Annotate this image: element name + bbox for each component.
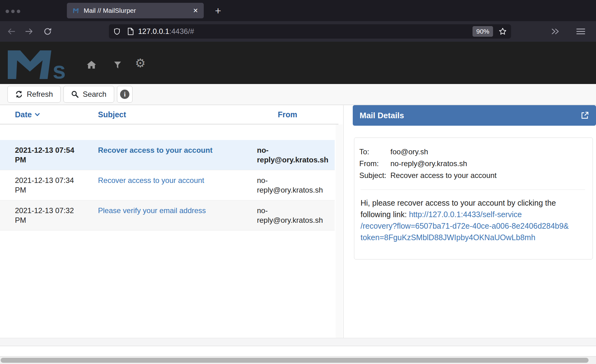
info-button[interactable]: i — [117, 86, 133, 103]
mailslurper-logo: s — [8, 50, 68, 79]
reload-icon[interactable] — [44, 27, 52, 35]
mail-from: no-reply@ory.kratos.sh — [251, 206, 335, 225]
url-bar[interactable]: 127.0.0.1:4436/# 90% — [109, 24, 511, 39]
window-minimize-dot[interactable] — [11, 10, 15, 13]
browser-tab[interactable]: Mail // MailSlurper ✕ — [67, 3, 204, 18]
content-bottom-strip — [0, 338, 596, 346]
horizontal-scrollbar[interactable] — [0, 357, 596, 364]
shield-icon[interactable] — [113, 28, 121, 35]
mail-details-header: Mail Details — [353, 105, 596, 126]
to-label: To: — [359, 146, 390, 158]
zoom-level-badge[interactable]: 90% — [473, 26, 493, 37]
refresh-button[interactable]: Refresh — [7, 86, 61, 103]
mail-subject-link[interactable]: Recover access to your account — [98, 146, 212, 154]
mail-details-title: Mail Details — [360, 111, 580, 120]
mail-details-panel: Mail Details To: foo@ory.sh From: no-rep… — [344, 105, 596, 338]
column-header-date[interactable]: Date — [0, 110, 80, 119]
url-host: 127.0.0.1 — [138, 27, 169, 35]
mail-subject-link[interactable]: Please verify your email address — [98, 206, 206, 215]
back-icon[interactable] — [7, 27, 16, 35]
info-icon: i — [120, 90, 129, 99]
mail-subject-link[interactable]: Recover access to your account — [98, 176, 204, 184]
column-header-subject[interactable]: Subject — [80, 110, 251, 119]
window-maximize-dot[interactable] — [17, 10, 20, 13]
from-label: From: — [359, 158, 390, 170]
tab-close-icon[interactable]: ✕ — [193, 7, 198, 14]
mail-details-card: To: foo@ory.sh From: no-reply@ory.kratos… — [354, 138, 593, 259]
forward-icon[interactable] — [25, 27, 34, 35]
app-toolbar: Refresh Search i — [0, 84, 596, 105]
mail-date: 2021-12-13 07:32 PM — [0, 206, 80, 225]
svg-text:s: s — [53, 57, 66, 79]
list-scrollbar-gutter[interactable] — [336, 124, 342, 338]
recovery-link-line3: token=8FguKzSMblD88JWIpby4OKNaUOwLb8mh — [361, 232, 585, 243]
search-button[interactable]: Search — [63, 86, 114, 103]
tab-title: Mail // MailSlurper — [84, 7, 189, 14]
mail-list-header: Date Subject From — [0, 105, 343, 124]
search-icon — [71, 91, 79, 98]
external-link-icon[interactable] — [580, 111, 589, 120]
mail-date: 2021-12-13 07:54 PM — [0, 145, 80, 165]
window-controls[interactable] — [6, 10, 20, 13]
page-bottom-strip — [0, 346, 596, 357]
url-suffix: :4436/# — [169, 27, 194, 35]
subject-value: Recover access to your account — [390, 170, 586, 181]
mail-date: 2021-12-13 07:34 PM — [0, 175, 80, 195]
home-icon[interactable] — [86, 60, 96, 69]
from-value: no-reply@ory.kratos.sh — [390, 158, 586, 170]
subject-label: Subject: — [359, 170, 390, 181]
body-text-line2-prefix: following link: — [361, 210, 409, 219]
page-info-icon[interactable] — [128, 28, 134, 35]
overflow-chevrons-icon[interactable] — [551, 27, 559, 35]
browser-navbar: 127.0.0.1:4436/# 90% — [0, 21, 596, 42]
date-column-label: Date — [15, 110, 32, 119]
mail-fields: To: foo@ory.sh From: no-reply@ory.kratos… — [359, 146, 586, 181]
recovery-link-line2: /recovery?flow=6507ba71-d72e-40ce-a006-8… — [361, 220, 585, 232]
new-tab-button[interactable]: + — [211, 3, 225, 18]
bookmark-star-icon[interactable] — [499, 27, 507, 35]
mailslurper-favicon-icon — [72, 7, 79, 14]
settings-gear-icon[interactable]: ⚙ — [135, 58, 146, 68]
body-text-line1: Hi, please recover access to your accoun… — [361, 197, 585, 209]
recovery-link-line1: http://127.0.0.1:4433/self-service — [409, 210, 522, 219]
mail-list-panel: Date Subject From 2021-12-13 07:54 PM Re… — [0, 105, 344, 338]
horizontal-scrollbar-thumb[interactable] — [1, 358, 589, 363]
url-address[interactable]: 127.0.0.1:4436/# — [138, 27, 194, 36]
mail-body: Hi, please recover access to your accoun… — [359, 197, 586, 243]
refresh-icon — [15, 91, 23, 98]
menu-hamburger-icon[interactable] — [576, 28, 585, 35]
mail-from: no-reply@ory.kratos.sh — [251, 145, 335, 165]
mail-row[interactable]: 2021-12-13 07:34 PM Recover access to yo… — [0, 170, 335, 200]
search-label: Search — [83, 90, 106, 99]
filter-icon[interactable] — [114, 61, 121, 69]
browser-tab-bar: Mail // MailSlurper ✕ + — [0, 0, 596, 21]
card-divider — [361, 189, 585, 190]
main-content: Date Subject From 2021-12-13 07:54 PM Re… — [0, 105, 596, 338]
to-value: foo@ory.sh — [390, 146, 586, 158]
list-top-gap — [0, 124, 343, 140]
column-header-from[interactable]: From — [251, 110, 343, 119]
app-header: s ⚙ — [0, 42, 596, 84]
mail-row[interactable]: 2021-12-13 07:32 PM Please verify your e… — [0, 200, 335, 231]
refresh-label: Refresh — [27, 90, 53, 99]
sort-chevron-down-icon — [35, 113, 40, 116]
mail-from: no-reply@ory.kratos.sh — [251, 175, 335, 195]
mail-row-selected[interactable]: 2021-12-13 07:54 PM Recover access to yo… — [0, 140, 335, 170]
window-close-dot[interactable] — [6, 10, 9, 13]
